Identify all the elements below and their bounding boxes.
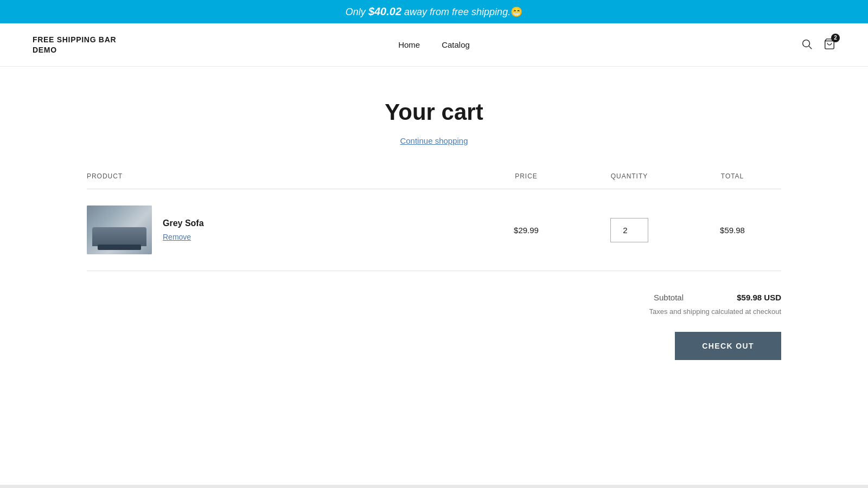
cart-badge: 2 <box>831 34 840 42</box>
cart-button[interactable]: 2 <box>824 38 835 52</box>
banner-suffix: away from free shipping. <box>401 7 510 17</box>
subtotal-value: $59.98 USD <box>716 293 781 302</box>
header-icons: 2 <box>568 38 835 52</box>
product-name: Grey Sofa <box>163 219 204 228</box>
product-info: Grey Sofa Remove <box>163 219 204 241</box>
nav-home[interactable]: Home <box>398 40 420 49</box>
subtotal-label: Subtotal <box>654 293 684 302</box>
table-row: Grey Sofa Remove $29.99 $59.98 <box>87 189 781 271</box>
continue-shopping-link[interactable]: Continue shopping <box>87 136 781 145</box>
footer-strip <box>0 485 868 488</box>
remove-item-button[interactable]: Remove <box>163 233 204 241</box>
svg-point-0 <box>803 40 810 47</box>
col-price: PRICE <box>477 172 575 180</box>
nav-catalog[interactable]: Catalog <box>442 40 470 49</box>
product-image <box>87 206 152 254</box>
tax-note: Taxes and shipping calculated at checkou… <box>649 307 781 316</box>
main-nav: Home Catalog <box>300 40 567 49</box>
banner-emoji: 😁 <box>510 7 522 17</box>
search-icon <box>801 38 813 50</box>
cart-title: Your cart <box>87 99 781 125</box>
quantity-cell <box>575 218 684 242</box>
checkout-button[interactable]: CHECK OUT <box>675 332 781 360</box>
shipping-banner: Only $40.02 away from free shipping.😁 <box>0 0 868 23</box>
product-cell: Grey Sofa Remove <box>87 206 477 254</box>
cart-table: PRODUCT PRICE QUANTITY TOTAL Grey Sofa R… <box>87 172 781 271</box>
logo: FREE SHIPPING BAR DEMO <box>33 35 300 54</box>
item-price: $29.99 <box>477 226 575 235</box>
subtotal-section: Subtotal $59.98 USD Taxes and shipping c… <box>87 271 781 360</box>
cart-table-header: PRODUCT PRICE QUANTITY TOTAL <box>87 172 781 189</box>
col-product: PRODUCT <box>87 172 477 180</box>
quantity-input[interactable] <box>610 218 648 242</box>
subtotal-row: Subtotal $59.98 USD <box>654 293 781 302</box>
sofa-thumbnail <box>87 206 152 254</box>
col-quantity: QUANTITY <box>575 172 684 180</box>
main-content: Your cart Continue shopping PRODUCT PRIC… <box>54 67 814 393</box>
svg-line-1 <box>809 46 812 49</box>
banner-prefix: Only <box>346 7 368 17</box>
search-button[interactable] <box>801 38 813 52</box>
item-total: $59.98 <box>684 226 781 235</box>
header: FREE SHIPPING BAR DEMO Home Catalog 2 <box>0 23 868 67</box>
banner-amount: $40.02 <box>368 5 401 17</box>
col-total: TOTAL <box>684 172 781 180</box>
